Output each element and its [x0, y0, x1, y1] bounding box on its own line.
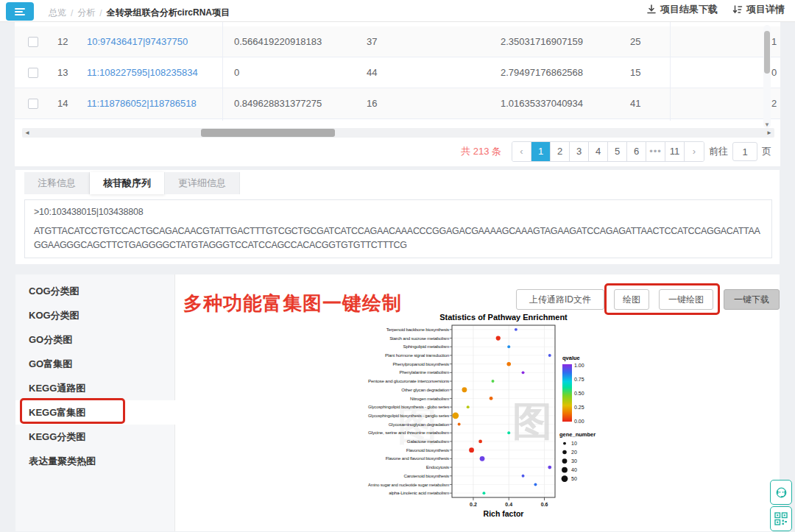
sidebar-item-kegg-enrich[interactable]: KEGG富集图	[15, 400, 175, 425]
page-button-2[interactable]: 2	[551, 142, 570, 161]
row-checkbox[interactable]	[28, 37, 38, 47]
svg-text:30: 30	[571, 458, 577, 464]
table-row[interactable]: 13 11:108227595|108235834 0 44 2.7949717…	[15, 57, 780, 88]
scroll-left-arrow[interactable]: ◄	[24, 129, 30, 137]
sidebar-item-kegg-class[interactable]: KEGG分类图	[15, 425, 174, 449]
table-horizontal-scrollbar[interactable]: ◄ ►	[22, 128, 774, 138]
chart-point	[548, 354, 551, 357]
chart-point	[492, 380, 495, 383]
draw-button[interactable]: 绘图	[614, 289, 649, 310]
page: 总览 / 分析 / 全转录组联合分析circRNA项目 项目结果下载 项目详情 …	[0, 0, 795, 532]
chart-point	[467, 405, 470, 408]
pathway-label: Endocytosis	[426, 464, 449, 469]
cell-position-link[interactable]: 11:118786052|118786518	[87, 88, 197, 119]
page-button-5[interactable]: 5	[608, 142, 627, 161]
pathway-label: Amino sugar and nucleotide sugar metabol…	[368, 482, 449, 487]
project-results-download-button[interactable]: 项目结果下载	[646, 3, 718, 16]
sidebar-item-cog[interactable]: COG分类图	[15, 279, 174, 303]
topbar: 总览 / 分析 / 全转录组联合分析circRNA项目 项目结果下载 项目详情	[0, 0, 795, 22]
onekey-draw-button[interactable]: 一键绘图	[659, 289, 713, 310]
cell-position-link[interactable]: 11:108227595|108235834	[87, 57, 198, 88]
chart-point	[507, 345, 510, 348]
tab-more-detail[interactable]: 更详细信息	[165, 172, 240, 194]
breadcrumb-overview[interactable]: 总览	[49, 7, 66, 19]
svg-text:qvalue: qvalue	[562, 355, 580, 361]
pathway-label: alpha-Linolenic acid metabolism	[389, 490, 449, 495]
cell-value: 41	[630, 88, 640, 119]
total-count: 共 213 条	[461, 145, 501, 158]
pathway-label: Glycosaminoglycan degradation	[389, 422, 450, 427]
tab-annotation-info[interactable]: 注释信息	[24, 172, 90, 194]
scroll-down-arrow[interactable]: ▼	[764, 121, 770, 128]
pathway-label: Pentose and glucuronate interconversions	[368, 378, 449, 383]
page-button-4[interactable]: 4	[589, 142, 608, 161]
next-page-button[interactable]: ›	[685, 142, 704, 161]
detail-tabs-card: 注释信息 核苷酸序列 更详细信息 >10:103438015|103438808…	[15, 169, 780, 265]
chart-point	[507, 431, 510, 434]
qr-code-icon	[774, 512, 788, 525]
row-checkbox[interactable]	[28, 99, 38, 109]
pathway-label: Glycine, serine and threonine metabolism	[368, 430, 449, 435]
chart-point	[452, 412, 459, 419]
scrollbar-thumb[interactable]	[764, 31, 770, 74]
cell-value-clipped: 1	[771, 26, 777, 57]
customer-service-icon	[774, 486, 788, 500]
pathway-enrichment-chart: 图图Terpenoid backbone biosynthesisStarch …	[365, 313, 623, 522]
prev-page-button[interactable]: ‹	[512, 142, 531, 161]
chart-point	[548, 466, 551, 469]
qr-code-button[interactable]	[770, 506, 792, 531]
page-button-1[interactable]: 1	[531, 142, 551, 161]
plots-card: COG分类图 KOG分类图 GO分类图 GO富集图 KEGG通路图 KEGG富集…	[15, 274, 780, 532]
svg-text:0.2: 0.2	[470, 502, 477, 507]
cell-value: 0.566419220918183	[234, 26, 322, 57]
tab-nucleotide-sequence[interactable]: 核苷酸序列	[90, 172, 165, 194]
details-button-label: 项目详情	[746, 3, 785, 16]
chart-point	[462, 387, 467, 392]
chart-area: 图图Terpenoid backbone biosynthesisStarch …	[365, 313, 623, 522]
upload-pathway-id-button[interactable]: 上传通路ID文件	[516, 289, 604, 310]
table-row[interactable]: 12 10:97436417|97437750 0.56641922091818…	[15, 26, 780, 57]
menu-icon	[15, 8, 25, 15]
pathway-label: Galactose metabolism	[407, 439, 449, 444]
sidebar-item-kog[interactable]: KOG分类图	[15, 303, 174, 327]
table-row[interactable]: 14 11:118786052|118786518 0.849628831377…	[15, 88, 780, 119]
tab-bar: 注释信息 核苷酸序列 更详细信息	[24, 172, 240, 194]
breadcrumb-separator: /	[99, 8, 102, 18]
cell-value: 16	[367, 88, 377, 119]
pathway-label: Terpenoid backbone biosynthesis	[386, 327, 449, 332]
results-table: 12 10:97436417|97437750 0.56641922091818…	[15, 22, 780, 166]
collapse-menu-button[interactable]	[6, 2, 34, 21]
cell-value-clipped: 0	[771, 57, 777, 88]
more-pages-button[interactable]: •••	[646, 142, 665, 161]
scroll-right-arrow[interactable]: ►	[766, 129, 772, 137]
gene-number-legend: gene_number1020304050	[559, 431, 596, 482]
breadcrumb-analysis[interactable]: 分析	[77, 7, 95, 19]
chart-title: Statistics of Pathway Enrichment	[439, 313, 568, 322]
sidebar-item-go-class[interactable]: GO分类图	[15, 327, 174, 352]
cell-position-link[interactable]: 10:97436417|97437750	[87, 26, 188, 57]
page-button-6[interactable]: 6	[627, 142, 646, 161]
project-details-button[interactable]: 项目详情	[732, 3, 785, 16]
customer-service-button[interactable]	[770, 480, 792, 505]
chart-x-axis: 0.20.40.6Rich factor	[470, 497, 548, 518]
pathway-label: Nitrogen metabolism	[410, 396, 449, 401]
sidebar-item-kegg-pathway[interactable]: KEGG通路图	[15, 376, 174, 400]
chart-point	[480, 456, 485, 461]
sidebar-item-go-enrich[interactable]: GO富集图	[15, 352, 174, 376]
table-vertical-scrollbar[interactable]: ▼	[763, 25, 771, 128]
chart-point	[469, 447, 474, 453]
chart-point	[482, 492, 485, 494]
pathway-label: Plant hormone signal transduction	[385, 352, 450, 358]
scrollbar-thumb[interactable]	[201, 129, 335, 137]
page-button-11[interactable]: 11	[665, 142, 685, 161]
download-icon	[646, 4, 657, 15]
onekey-download-button[interactable]: 一键下载	[724, 289, 780, 310]
cell-value: 0	[234, 57, 239, 88]
sidebar-item-expression-heatmap[interactable]: 表达量聚类热图	[15, 449, 174, 473]
svg-text:0.25: 0.25	[574, 405, 584, 410]
svg-text:0.50: 0.50	[574, 391, 584, 396]
goto-page-input[interactable]	[732, 142, 757, 161]
page-button-3[interactable]: 3	[570, 142, 589, 161]
svg-text:40: 40	[571, 467, 577, 472]
row-checkbox[interactable]	[28, 68, 38, 78]
